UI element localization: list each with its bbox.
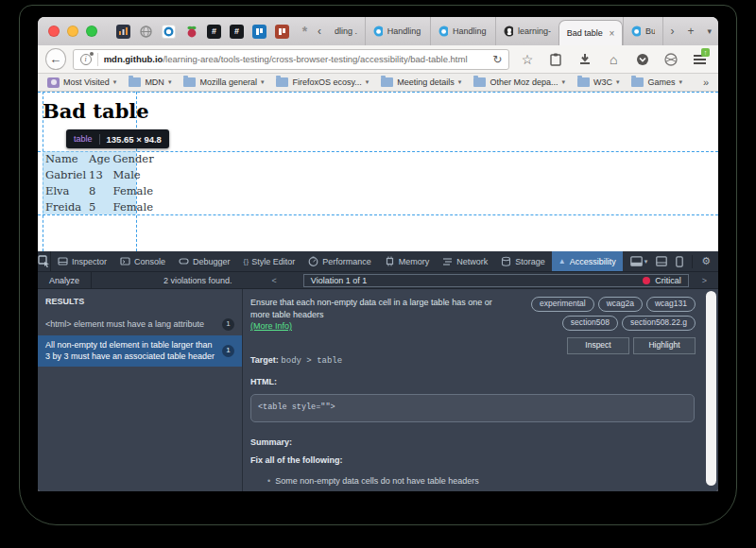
bookmark-label: Mozilla general xyxy=(199,77,257,87)
folder-icon xyxy=(129,77,141,87)
bookmark-other-moz[interactable]: Other Moz depa...▾ xyxy=(473,77,565,87)
tab-console[interactable]: Console xyxy=(113,251,172,271)
discourse-icon xyxy=(631,26,641,37)
scroll-tabs-right-button[interactable]: › xyxy=(663,25,680,38)
table-cell: Freida xyxy=(43,198,86,214)
fix-item-text: Some non-empty data cells do not have ta… xyxy=(275,476,479,486)
bookmark-mozilla-general[interactable]: Mozilla general▾ xyxy=(183,77,264,87)
pinned-tab-raspberry-icon[interactable] xyxy=(184,25,198,39)
folder-icon xyxy=(577,77,590,87)
tab-label: Memory xyxy=(399,257,430,266)
services-globe-icon[interactable] xyxy=(660,53,681,66)
console-icon xyxy=(120,256,130,266)
url-text[interactable]: mdn.github.io/learning-area/tools-testin… xyxy=(104,54,488,64)
tab-label: Storage xyxy=(515,257,545,266)
download-icon[interactable] xyxy=(574,53,595,65)
pick-element-icon[interactable] xyxy=(38,251,51,271)
tooltip-separator xyxy=(99,134,100,145)
new-tab-button[interactable]: + xyxy=(680,25,700,38)
bookmark-mdn[interactable]: MDN▾ xyxy=(129,77,171,87)
bookmark-w3c[interactable]: W3C▾ xyxy=(577,77,620,87)
result-text: All non-empty td element in table larger… xyxy=(45,340,216,362)
tooltip-tag-name: table xyxy=(74,134,93,144)
minimize-traffic-light-icon[interactable] xyxy=(67,26,78,37)
bookmarks-overflow-button[interactable]: » xyxy=(703,77,709,88)
accessibility-icon: ▲ xyxy=(558,257,566,265)
pinned-tab-globe-icon[interactable] xyxy=(139,25,153,39)
chevron-down-icon: ▾ xyxy=(458,78,462,86)
pinned-tab-blue-ring-icon[interactable] xyxy=(162,25,176,39)
bookmark-star-icon[interactable]: ☆ xyxy=(516,52,538,67)
back-button[interactable]: ← xyxy=(45,48,66,70)
tab-memory[interactable]: Memory xyxy=(378,251,437,271)
responsive-mode-button[interactable] xyxy=(676,256,683,267)
tab-storage[interactable]: Storage xyxy=(494,251,552,271)
highlighter-guide-line xyxy=(38,214,718,215)
zoom-traffic-light-icon[interactable] xyxy=(86,26,97,37)
reading-list-icon[interactable] xyxy=(545,53,567,66)
tag-pill: experimental xyxy=(531,297,594,312)
tab-debugger[interactable]: Debugger xyxy=(172,251,237,271)
tab-label: Style Editor xyxy=(251,257,295,266)
bookmark-games[interactable]: Games▾ xyxy=(631,77,682,87)
close-traffic-light-icon[interactable] xyxy=(48,26,60,37)
bookmark-firefoxos[interactable]: FirefoxOS ecosy...▾ xyxy=(276,77,369,87)
table-cell: 13 xyxy=(86,167,110,183)
tab-bui[interactable]: Bui xyxy=(623,17,663,45)
scroll-tabs-left-button[interactable]: ‹ xyxy=(312,25,327,38)
site-identity-info-icon[interactable]: i xyxy=(80,54,92,65)
bookmark-most-visited[interactable]: Most Visited▾ xyxy=(47,77,116,88)
pinned-tab-hash-icon[interactable]: # xyxy=(207,25,221,39)
result-item-lang-attribute[interactable]: <html> element must have a lang attribut… xyxy=(38,314,242,335)
result-item-table-header[interactable]: All non-empty td element in table larger… xyxy=(38,335,242,367)
pinned-tab-trello-blue-icon[interactable] xyxy=(252,25,266,39)
settings-gear-icon[interactable]: ⚙ xyxy=(701,255,711,267)
tab-network[interactable]: Network xyxy=(436,251,494,271)
next-violation-button[interactable]: > xyxy=(702,276,707,285)
tab-learning-area[interactable]: learning-... xyxy=(495,17,558,45)
tab-overflow-left[interactable]: dling ... xyxy=(327,17,365,45)
bookmark-label: Other Moz depa... xyxy=(490,77,558,87)
pinned-tab-trello-red-icon[interactable] xyxy=(275,25,289,39)
pinned-tab-stats-icon[interactable] xyxy=(116,25,130,39)
table-row: Name Age Gender xyxy=(43,151,154,167)
analyze-button[interactable]: Analyze xyxy=(38,272,92,288)
bookmark-meeting-details[interactable]: Meeting details▾ xyxy=(381,77,461,87)
previous-violation-button[interactable]: < xyxy=(272,276,277,285)
details-scrollbar-thumb[interactable] xyxy=(706,291,716,486)
tab-handling-2[interactable]: Handling ... xyxy=(430,17,495,45)
tab-accessibility[interactable]: ▲Accessibility xyxy=(552,251,623,271)
results-header: RESULTS xyxy=(38,292,242,314)
url-domain: mdn.github.io xyxy=(104,54,163,64)
traffic-lights xyxy=(38,26,107,37)
pinned-tab-hash2-icon[interactable]: # xyxy=(230,25,244,39)
reload-button[interactable]: ↻ xyxy=(492,53,502,66)
target-label: Target: xyxy=(250,355,279,365)
tab-style-editor[interactable]: { }Style Editor xyxy=(237,251,302,271)
all-tabs-dropdown-button[interactable]: ▾ xyxy=(700,26,718,36)
folder-icon xyxy=(276,77,288,87)
element-size-tooltip: table 135.65 × 94.8 xyxy=(66,129,169,148)
highlight-button[interactable]: Highlight xyxy=(633,337,696,354)
network-icon xyxy=(442,256,453,266)
dock-side-button[interactable]: ▾ xyxy=(630,256,648,266)
tab-handling-1[interactable]: Handling ... xyxy=(365,17,430,45)
tab-inspector[interactable]: Inspector xyxy=(51,251,113,271)
tab-performance[interactable]: Performance xyxy=(301,251,378,271)
home-icon[interactable]: ⌂ xyxy=(603,52,625,67)
close-tab-icon[interactable]: × xyxy=(610,28,615,39)
inspect-button[interactable]: Inspect xyxy=(567,337,629,354)
pocket-icon[interactable] xyxy=(631,53,653,66)
url-path: /learning-area/tools-testing/cross-brows… xyxy=(163,54,467,64)
more-info-link[interactable]: (More Info) xyxy=(250,321,292,331)
url-bar[interactable]: i mdn.github.io/learning-area/tools-test… xyxy=(73,49,510,70)
table-row: Freida 5 Female xyxy=(43,198,154,214)
highlighted-table[interactable]: Name Age Gender Gabriel 13 Male Elva 8 F… xyxy=(43,151,136,214)
tab-label: Console xyxy=(134,257,165,266)
devtools-toolbar-buttons: ▾ ⚙ × xyxy=(623,251,718,271)
split-console-button[interactable] xyxy=(656,256,667,266)
menu-hamburger-icon[interactable]: ↑ xyxy=(689,54,711,64)
tab-label: Inspector xyxy=(72,257,107,266)
tab-bad-table-active[interactable]: Bad table ... × xyxy=(558,20,624,45)
pinned-tab-flower-icon[interactable]: * xyxy=(298,25,312,39)
